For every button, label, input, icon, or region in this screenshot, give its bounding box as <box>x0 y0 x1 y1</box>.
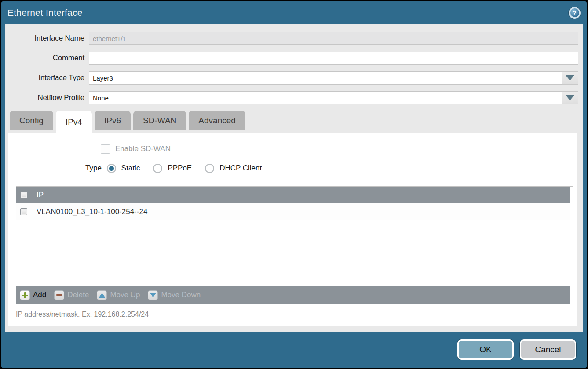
interface-type-dropdown-button[interactable] <box>562 71 578 85</box>
radio-pppoe[interactable] <box>153 164 162 173</box>
interface-name-row: Interface Name <box>5 32 583 45</box>
interface-type-label: Interface Type <box>5 74 89 82</box>
enable-sdwan-row: Enable SD-WAN <box>101 144 577 154</box>
ip-address-cell: VLAN0100_L3_10-1-100-254--24 <box>31 207 147 216</box>
interface-form: Interface Name Comment Interface Type La… <box>5 24 583 111</box>
tab-ipv6[interactable]: IPv6 <box>95 111 131 130</box>
enable-sdwan-checkbox[interactable] <box>101 144 110 154</box>
ip-column-header: IP <box>31 191 44 199</box>
select-all-checkbox[interactable] <box>20 192 27 199</box>
type-label: Type <box>85 164 102 173</box>
tab-sdwan[interactable]: SD-WAN <box>133 111 186 130</box>
minus-icon <box>54 290 64 300</box>
delete-button-label: Delete <box>67 291 89 299</box>
title-bar: Ethernet Interface ? <box>1 1 587 24</box>
ip-table: IP VLAN0100_L3_10-1-100-254--24 Add <box>16 186 573 304</box>
comment-field[interactable] <box>89 52 578 65</box>
move-up-icon <box>97 290 107 300</box>
interface-name-field <box>89 32 578 45</box>
table-row[interactable]: VLAN0100_L3_10-1-100-254--24 <box>16 203 570 220</box>
ip-table-header: IP <box>16 187 570 203</box>
netflow-profile-select[interactable]: None <box>89 91 562 104</box>
dropdown-arrow-icon <box>566 75 574 81</box>
dialog-body: Interface Name Comment Interface Type La… <box>5 24 583 332</box>
netflow-profile-label: Netflow Profile <box>5 93 89 102</box>
tab-ipv4[interactable]: IPv4 <box>56 111 92 133</box>
move-down-button[interactable]: Move Down <box>148 290 201 300</box>
table-empty-area <box>16 220 570 286</box>
radio-option-static[interactable]: Static <box>107 164 140 173</box>
comment-label: Comment <box>5 54 89 63</box>
add-button-label: Add <box>33 291 46 299</box>
cancel-button[interactable]: Cancel <box>520 339 576 360</box>
row-checkbox-cell <box>16 208 31 215</box>
radio-option-pppoe[interactable]: PPPoE <box>153 164 192 173</box>
help-icon-glyph: ? <box>570 8 579 17</box>
comment-row: Comment <box>5 52 583 65</box>
interface-type-row: Interface Type Layer3 <box>5 71 583 85</box>
ip-format-hint: IP address/netmask. Ex. 192.168.2.254/24 <box>16 310 577 318</box>
interface-type-select[interactable]: Layer3 <box>89 71 562 85</box>
tab-strip: Config IPv4 IPv6 SD-WAN Advanced <box>5 111 583 133</box>
move-down-icon <box>148 290 158 300</box>
plus-icon <box>20 290 30 300</box>
dropdown-arrow-icon <box>566 95 574 100</box>
radio-dhcp-client-label: DHCP Client <box>219 164 262 173</box>
row-checkbox[interactable] <box>20 208 27 215</box>
add-button[interactable]: Add <box>20 290 46 300</box>
move-up-button[interactable]: Move Up <box>97 290 140 300</box>
table-toolbar: Add Delete Move Up Move Down <box>16 286 570 304</box>
radio-static[interactable] <box>107 164 116 173</box>
netflow-profile-dropdown-button[interactable] <box>562 91 578 104</box>
ipv4-panel: Enable SD-WAN Type Static PPPoE DHCP Cli… <box>8 133 577 326</box>
tab-advanced[interactable]: Advanced <box>189 111 245 130</box>
table-scrollbar-track[interactable] <box>570 187 573 304</box>
netflow-profile-row: Netflow Profile None <box>5 91 583 104</box>
radio-option-dhcp-client[interactable]: DHCP Client <box>205 164 262 173</box>
ethernet-interface-dialog: Ethernet Interface ? Interface Name Comm… <box>1 1 587 368</box>
move-down-button-label: Move Down <box>161 291 201 299</box>
radio-dhcp-client[interactable] <box>205 164 214 173</box>
ok-button[interactable]: OK <box>457 339 514 360</box>
move-up-button-label: Move Up <box>110 291 140 299</box>
tab-config[interactable]: Config <box>10 111 53 130</box>
interface-name-label: Interface Name <box>5 34 89 43</box>
radio-static-label: Static <box>121 164 140 173</box>
radio-pppoe-label: PPPoE <box>168 164 192 173</box>
delete-button[interactable]: Delete <box>54 290 89 300</box>
dialog-title: Ethernet Interface <box>7 7 83 18</box>
type-radio-group: Type Static PPPoE DHCP Client <box>8 162 577 175</box>
help-icon[interactable]: ? <box>569 7 581 19</box>
dialog-footer: OK Cancel <box>1 332 587 368</box>
ip-table-header-checkbox-cell <box>16 187 31 203</box>
enable-sdwan-label: Enable SD-WAN <box>115 144 171 153</box>
